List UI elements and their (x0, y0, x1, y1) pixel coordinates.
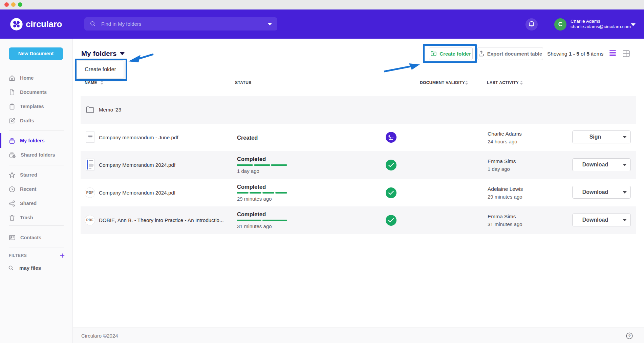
svg-text:?: ? (628, 334, 630, 338)
